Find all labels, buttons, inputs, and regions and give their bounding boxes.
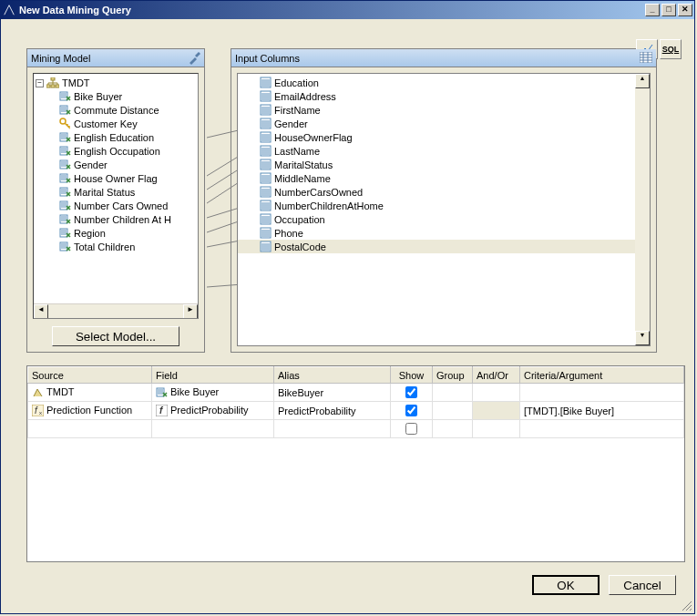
col-group[interactable]: Group (433, 367, 473, 384)
cell-show[interactable] (391, 384, 433, 402)
cell-source[interactable]: TMDT (28, 384, 152, 402)
select-model-button[interactable]: Select Model... (52, 326, 179, 346)
cell-group[interactable] (433, 384, 473, 402)
input-column-item[interactable]: NumberChildrenAtHome (238, 199, 650, 212)
tree-item[interactable]: Number Cars Owned (36, 199, 196, 212)
tree-item[interactable]: Number Children At H (36, 212, 196, 226)
scroll-up-button[interactable]: ▲ (635, 74, 650, 88)
input-column-item[interactable]: HouseOwnerFlag (238, 130, 650, 144)
collapse-icon[interactable]: − (36, 79, 44, 87)
tree-item[interactable]: Region (36, 226, 196, 240)
cell-group[interactable] (433, 402, 473, 420)
cell-criteria[interactable]: [TMDT].[Bike Buyer] (520, 402, 684, 420)
input-column-item[interactable]: Gender (238, 117, 650, 130)
cell-andor[interactable] (473, 420, 520, 438)
scroll-left-button[interactable]: ◄ (34, 304, 48, 319)
cell-field[interactable] (152, 420, 274, 438)
input-column-item[interactable]: MiddleName (238, 171, 650, 185)
mining-model-tree[interactable]: − TMDT Bike BuyerCommute DistanceCustome… (33, 73, 199, 319)
tree-item[interactable]: Marital Status (36, 185, 196, 199)
attribute-icon (59, 213, 71, 225)
input-column-item[interactable]: PostalCode (238, 240, 650, 253)
tree-item[interactable]: Customer Key (36, 117, 196, 130)
input-column-item[interactable]: Phone (238, 226, 650, 240)
scroll-track[interactable] (48, 304, 183, 318)
show-checkbox[interactable] (405, 386, 417, 398)
show-checkbox[interactable] (405, 405, 417, 416)
sql-view-button[interactable]: SQL (660, 39, 682, 59)
cell-alias[interactable]: BikeBuyer (274, 384, 391, 402)
sql-label: SQL (662, 45, 680, 54)
svg-rect-45 (32, 405, 44, 416)
cell-field[interactable]: fPredictProbability (152, 402, 274, 420)
column-icon (260, 77, 272, 88)
col-andor[interactable]: And/Or (473, 367, 520, 384)
col-source[interactable]: Source (28, 367, 152, 384)
close-button[interactable]: ✕ (678, 4, 692, 16)
input-columns-list[interactable]: EducationEmailAddressFirstNameGenderHous… (237, 73, 651, 346)
cell-criteria[interactable] (520, 420, 684, 438)
tree-root[interactable]: − TMDT (36, 77, 196, 89)
column-icon (260, 159, 272, 170)
tree-item-label: Number Children At H (74, 214, 171, 225)
mining-model-title: Mining Model (31, 53, 90, 64)
cell-source[interactable]: fxPrediction Function (28, 402, 152, 420)
input-column-item[interactable]: MaritalStatus (238, 158, 650, 171)
cell-alias[interactable]: PredictProbability (274, 402, 391, 420)
cell-group[interactable] (433, 420, 473, 438)
grid-row[interactable] (28, 420, 684, 438)
col-criteria[interactable]: Criteria/Argument (520, 367, 684, 384)
ok-button[interactable]: OK (532, 575, 600, 595)
tree-item[interactable]: Total Children (36, 240, 196, 253)
maximize-button[interactable]: □ (661, 4, 676, 16)
input-column-item[interactable]: Occupation (238, 212, 650, 226)
tree-root-label: TMDT (62, 77, 90, 88)
tree-item[interactable]: House Owner Flag (36, 171, 196, 185)
tree-item-label: English Occupation (74, 146, 160, 157)
col-alias[interactable]: Alias (274, 367, 391, 384)
cell-field[interactable]: Bike Buyer (152, 384, 274, 402)
vscrollbar[interactable]: ▲ ▼ (635, 74, 650, 345)
tree-item[interactable]: Gender (36, 158, 196, 171)
cell-andor[interactable] (473, 402, 520, 420)
col-show[interactable]: Show (391, 367, 433, 384)
input-column-item[interactable]: LastName (238, 144, 650, 158)
input-column-item[interactable]: EmailAddress (238, 89, 650, 103)
attribute-icon (59, 131, 71, 143)
tree-item[interactable]: English Occupation (36, 144, 196, 158)
cell-source[interactable] (28, 420, 152, 438)
column-icon (260, 90, 272, 102)
function-icon: fx (32, 405, 44, 416)
hscrollbar[interactable]: ◄ ► (34, 303, 198, 318)
tree-item-label: English Education (74, 132, 154, 143)
cell-show[interactable] (391, 402, 433, 420)
column-icon (260, 118, 272, 129)
cancel-button[interactable]: Cancel (609, 575, 676, 595)
cell-alias[interactable] (274, 420, 391, 438)
tree-item[interactable]: Commute Distance (36, 103, 196, 117)
minimize-button[interactable]: _ (645, 4, 660, 16)
cell-criteria[interactable] (520, 384, 684, 402)
grid-row[interactable]: fxPrediction FunctionfPredictProbability… (28, 402, 684, 420)
col-field[interactable]: Field (152, 367, 274, 384)
input-column-item[interactable]: Education (238, 76, 650, 89)
input-column-item[interactable]: FirstName (238, 103, 650, 117)
scroll-track[interactable] (635, 88, 650, 331)
input-column-item[interactable]: NumberCarsOwned (238, 185, 650, 199)
input-column-label: MiddleName (274, 173, 331, 184)
attribute-icon (59, 90, 71, 102)
cell-show[interactable] (391, 420, 433, 438)
scroll-right-button[interactable]: ► (183, 304, 198, 319)
query-grid[interactable]: Source Field Alias Show Group And/Or Cri… (26, 365, 685, 562)
tree-item-label: Number Cars Owned (74, 200, 168, 211)
input-column-label: HouseOwnerFlag (274, 132, 353, 143)
titlebar: New Data Mining Query _ □ ✕ (1, 1, 694, 19)
cell-andor[interactable] (473, 384, 520, 402)
show-checkbox[interactable] (405, 423, 417, 435)
grid-row[interactable]: TMDTBike BuyerBikeBuyer (28, 384, 684, 402)
hierarchy-icon (46, 77, 59, 88)
tree-item[interactable]: Bike Buyer (36, 89, 196, 103)
scroll-down-button[interactable]: ▼ (635, 331, 650, 345)
resize-grip-icon[interactable] (680, 599, 692, 611)
tree-item[interactable]: English Education (36, 130, 196, 144)
